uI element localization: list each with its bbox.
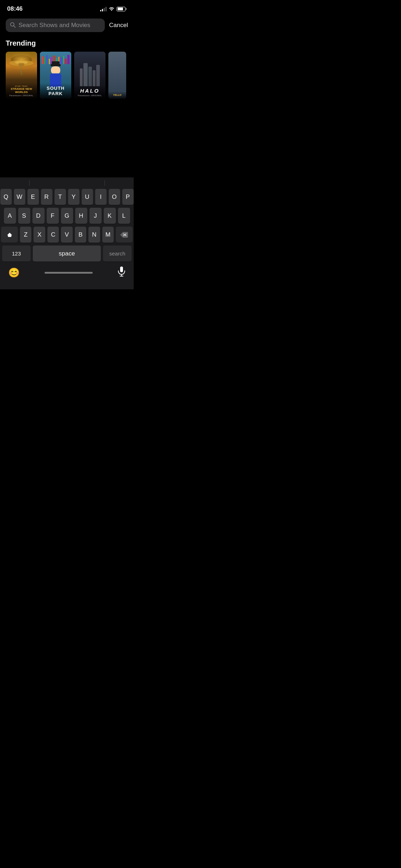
- key-c[interactable]: C: [47, 227, 59, 243]
- divider-right: [104, 180, 105, 186]
- search-placeholder: Search Shows and Movies: [19, 22, 101, 29]
- status-time: 08:46: [7, 5, 22, 12]
- keyboard-row-3: Z X C V B N M: [1, 227, 133, 243]
- key-j[interactable]: J: [89, 208, 102, 224]
- key-w[interactable]: W: [14, 189, 25, 205]
- cancel-button[interactable]: Cancel: [109, 22, 128, 29]
- poster-halo[interactable]: HALO Paramount+ ORIGINAL: [74, 52, 106, 99]
- key-m[interactable]: M: [102, 227, 114, 243]
- key-d[interactable]: D: [32, 208, 45, 224]
- home-indicator: [45, 272, 93, 274]
- trending-title: Trending: [6, 39, 128, 47]
- status-bar: 08:46: [0, 0, 134, 16]
- key-p[interactable]: P: [122, 189, 134, 205]
- emoji-mic-row: 😊: [1, 264, 133, 289]
- svg-rect-7: [120, 267, 123, 272]
- key-n[interactable]: N: [88, 227, 100, 243]
- key-space[interactable]: space: [33, 246, 101, 262]
- signal-icon: [100, 6, 107, 11]
- poster-southpark[interactable]: SOUTH PARK: [40, 52, 71, 99]
- emoji-button[interactable]: 😊: [8, 267, 20, 278]
- key-r[interactable]: R: [41, 189, 52, 205]
- status-icons: [100, 6, 127, 12]
- search-input-wrap[interactable]: Search Shows and Movies: [6, 19, 105, 32]
- key-g[interactable]: G: [61, 208, 73, 224]
- key-b[interactable]: B: [75, 227, 86, 243]
- key-z[interactable]: Z: [20, 227, 31, 243]
- key-e[interactable]: E: [27, 189, 39, 205]
- key-a[interactable]: A: [4, 208, 16, 224]
- trending-row: STAR TREK STRANGE NEW WORLDS Paramount+ …: [6, 52, 128, 99]
- key-123[interactable]: 123: [2, 246, 31, 262]
- key-q[interactable]: Q: [0, 189, 12, 205]
- keyboard-bottom-row: 123 space search: [1, 246, 133, 262]
- poster-yellowstone[interactable]: YELLO: [108, 52, 126, 99]
- key-h[interactable]: H: [75, 208, 87, 224]
- key-u[interactable]: U: [82, 189, 93, 205]
- poster-startrek[interactable]: STAR TREK STRANGE NEW WORLDS Paramount+ …: [6, 52, 37, 99]
- key-x[interactable]: X: [34, 227, 45, 243]
- key-t[interactable]: T: [55, 189, 66, 205]
- keyboard-dividers: [1, 180, 133, 186]
- keyboard-row-2: A S D F G H J K L: [1, 208, 133, 224]
- keyboard: Q W E R T Y U I O P A S D F G H J K L Z …: [0, 177, 134, 289]
- backspace-key[interactable]: [116, 227, 133, 243]
- shift-key[interactable]: [1, 227, 18, 243]
- key-y[interactable]: Y: [68, 189, 79, 205]
- microphone-button[interactable]: [118, 267, 125, 279]
- battery-icon: [117, 7, 127, 11]
- search-icon: [10, 22, 16, 29]
- key-o[interactable]: O: [109, 189, 120, 205]
- key-search[interactable]: search: [103, 246, 132, 262]
- svg-line-1: [14, 26, 16, 27]
- search-bar-row: Search Shows and Movies Cancel: [0, 16, 134, 36]
- key-v[interactable]: V: [61, 227, 72, 243]
- divider-left: [29, 180, 30, 186]
- key-s[interactable]: S: [18, 208, 30, 224]
- wifi-icon: [109, 6, 114, 12]
- key-k[interactable]: K: [104, 208, 116, 224]
- keyboard-row-1: Q W E R T Y U I O P: [1, 189, 133, 205]
- key-l[interactable]: L: [118, 208, 130, 224]
- trending-section: Trending: [0, 36, 134, 103]
- key-i[interactable]: I: [95, 189, 107, 205]
- key-f[interactable]: F: [47, 208, 59, 224]
